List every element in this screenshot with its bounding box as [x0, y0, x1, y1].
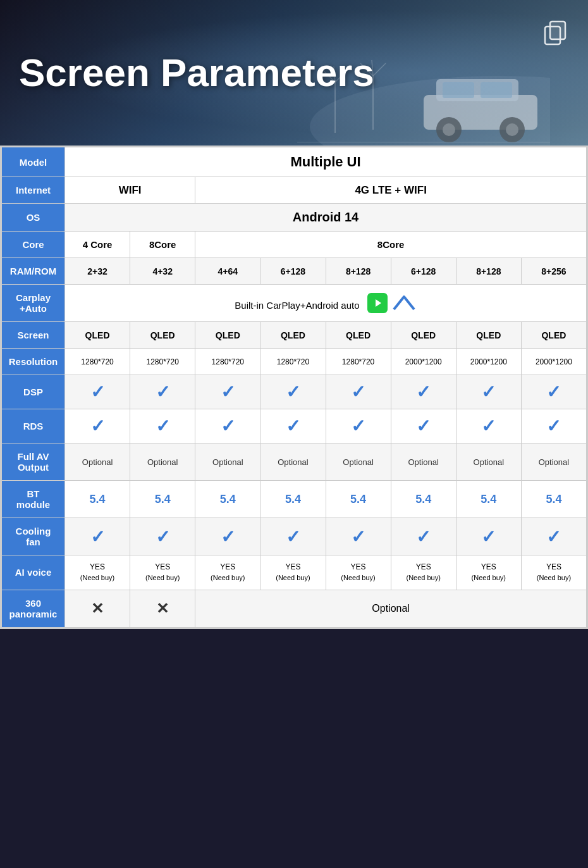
bt-3: 5.4: [260, 481, 326, 518]
ai-voice-row: AI voice YES(Need buy) YES(Need buy) YES…: [2, 555, 587, 590]
panoramic-row: 360 panoramic ✕ ✕ Optional: [2, 590, 587, 627]
comparison-table: Model Multiple UI Internet WIFI 4G LTE +…: [0, 146, 588, 629]
screen-7: QLED: [521, 322, 586, 349]
dsp-0: ✓: [65, 375, 130, 409]
cross-icon: ✕: [156, 600, 169, 617]
internet-row: Internet WIFI 4G LTE + WIFI: [2, 177, 587, 204]
svg-rect-19: [550, 22, 565, 39]
screen-4: QLED: [326, 322, 391, 349]
core-col2: 8Core: [130, 232, 195, 258]
os-row: OS Android 14: [2, 204, 587, 232]
ramrom-2: 4+64: [195, 258, 260, 285]
res-4: 1280*720: [326, 349, 391, 375]
check-icon: ✓: [351, 527, 365, 547]
res-6: 2000*1200: [456, 349, 521, 375]
dsp-3: ✓: [260, 375, 326, 409]
internet-label: Internet: [2, 177, 65, 204]
screen-5: QLED: [391, 322, 456, 349]
check-icon: ✓: [221, 382, 235, 402]
resolution-row: Resolution 1280*720 1280*720 1280*720 12…: [2, 349, 587, 375]
fullav-5: Optional: [391, 443, 456, 481]
model-row: Model Multiple UI: [2, 147, 587, 177]
ramrom-1: 4+32: [130, 258, 195, 285]
check-icon: ✓: [156, 416, 170, 436]
dsp-5: ✓: [391, 375, 456, 409]
rds-3: ✓: [260, 409, 326, 443]
check-icon: ✓: [481, 527, 496, 547]
check-icon: ✓: [546, 382, 561, 402]
check-icon: ✓: [416, 382, 431, 402]
hero-section: Screen Parameters: [0, 0, 588, 146]
carplay-label: Carplay +Auto: [2, 285, 65, 322]
check-icon: ✓: [351, 416, 365, 436]
fullav-1: Optional: [130, 443, 195, 481]
bt-0: 5.4: [65, 481, 130, 518]
cooling-7: ✓: [521, 518, 586, 555]
fullav-6: Optional: [456, 443, 521, 481]
svg-point-16: [506, 123, 518, 136]
check-icon: ✓: [286, 527, 300, 547]
carplay-icons: [367, 293, 417, 313]
check-icon: ✓: [286, 416, 300, 436]
rds-1: ✓: [130, 409, 195, 443]
core-label: Core: [2, 232, 65, 258]
os-value: Android 14: [65, 204, 587, 232]
ramrom-label: RAM/ROM: [2, 258, 65, 285]
ai-4: YES(Need buy): [326, 555, 391, 590]
rds-2: ✓: [195, 409, 260, 443]
fullav-2: Optional: [195, 443, 260, 481]
panoramic-1: ✕: [130, 590, 195, 627]
fullav-row: Full AV Output Optional Optional Optiona…: [2, 443, 587, 481]
bt-5: 5.4: [391, 481, 456, 518]
resolution-label: Resolution: [2, 349, 65, 375]
svg-line-7: [373, 63, 386, 76]
check-icon: ✓: [90, 527, 105, 547]
cooling-6: ✓: [456, 518, 521, 555]
cooling-row: Cooling fan ✓ ✓ ✓ ✓ ✓ ✓ ✓ ✓: [2, 518, 587, 555]
copy-icon[interactable]: [541, 19, 569, 53]
screen-3: QLED: [260, 322, 326, 349]
lte-value: 4G LTE + WIFI: [195, 177, 587, 204]
check-icon: ✓: [481, 416, 496, 436]
fullav-0: Optional: [65, 443, 130, 481]
ai-0: YES(Need buy): [65, 555, 130, 590]
core-row: Core 4 Core 8Core 8Core: [2, 232, 587, 258]
check-icon: ✓: [156, 382, 170, 402]
ramrom-3: 6+128: [260, 258, 326, 285]
screen-row: Screen QLED QLED QLED QLED QLED QLED QLE…: [2, 322, 587, 349]
ramrom-5: 6+128: [391, 258, 456, 285]
bt-7: 5.4: [521, 481, 586, 518]
panoramic-optional: Optional: [195, 590, 587, 627]
check-icon: ✓: [416, 527, 431, 547]
carplay-row: Carplay +Auto Built-in CarPlay+Android a…: [2, 285, 587, 322]
ai-2: YES(Need buy): [195, 555, 260, 590]
bt-6: 5.4: [456, 481, 521, 518]
page-title: Screen Parameters: [0, 51, 374, 94]
bt-2: 5.4: [195, 481, 260, 518]
ai-voice-label: AI voice: [2, 555, 65, 590]
screen-1: QLED: [130, 322, 195, 349]
screen-label: Screen: [2, 322, 65, 349]
fullav-4: Optional: [326, 443, 391, 481]
ramrom-row: RAM/ROM 2+32 4+32 4+64 6+128 8+128 6+128…: [2, 258, 587, 285]
check-icon: ✓: [481, 382, 496, 402]
dsp-label: DSP: [2, 375, 65, 409]
screen-0: QLED: [65, 322, 130, 349]
res-1: 1280*720: [130, 349, 195, 375]
carplay-value: Built-in CarPlay+Android auto: [65, 285, 587, 322]
screen-2: QLED: [195, 322, 260, 349]
cooling-label: Cooling fan: [2, 518, 65, 555]
ramrom-6: 8+128: [456, 258, 521, 285]
dsp-7: ✓: [521, 375, 586, 409]
dsp-row: DSP ✓ ✓ ✓ ✓ ✓ ✓ ✓ ✓: [2, 375, 587, 409]
ramrom-4: 8+128: [326, 258, 391, 285]
check-icon: ✓: [90, 416, 105, 436]
res-5: 2000*1200: [391, 349, 456, 375]
rds-5: ✓: [391, 409, 456, 443]
wifi-value: WIFI: [65, 177, 195, 204]
cooling-0: ✓: [65, 518, 130, 555]
ai-6: YES(Need buy): [456, 555, 521, 590]
check-icon: ✓: [221, 416, 235, 436]
check-icon: ✓: [546, 527, 561, 547]
bt-1: 5.4: [130, 481, 195, 518]
